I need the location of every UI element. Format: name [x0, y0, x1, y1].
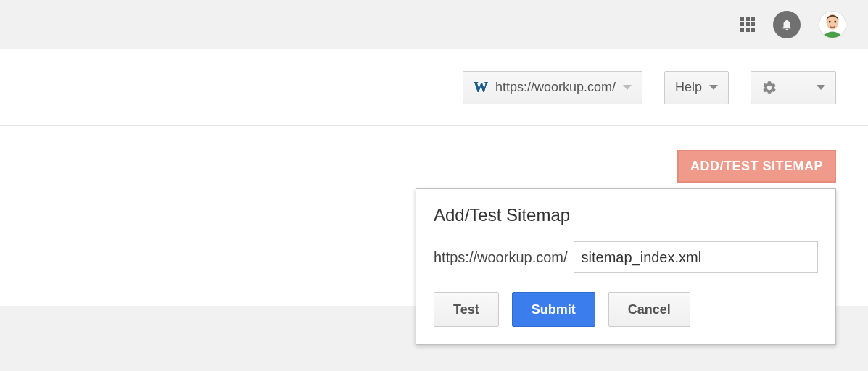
settings-button[interactable]: [751, 71, 836, 104]
avatar-image: [819, 11, 846, 38]
submit-button[interactable]: Submit: [512, 292, 595, 327]
cancel-label: Cancel: [628, 302, 671, 317]
svg-point-3: [834, 20, 836, 22]
user-avatar[interactable]: [819, 11, 846, 38]
app-header: [0, 0, 868, 49]
test-button[interactable]: Test: [434, 292, 499, 327]
bell-icon: [780, 18, 793, 31]
chevron-down-icon: [817, 85, 825, 90]
popup-title: Add/Test Sitemap: [434, 205, 818, 225]
help-label: Help: [675, 80, 702, 95]
test-label: Test: [453, 302, 479, 317]
add-test-sitemap-popup: Add/Test Sitemap https://woorkup.com/ Te…: [416, 188, 836, 345]
sitemap-path-input[interactable]: [574, 241, 818, 273]
popup-actions: Test Submit Cancel: [434, 292, 818, 327]
site-favicon-icon: W: [474, 79, 488, 96]
submit-label: Submit: [532, 302, 576, 317]
site-url: https://woorkup.com/: [495, 80, 616, 95]
property-toolbar: W https://woorkup.com/ Help: [0, 49, 868, 125]
svg-point-2: [829, 20, 831, 22]
sitemap-url-row: https://woorkup.com/: [434, 241, 818, 273]
cancel-button[interactable]: Cancel: [608, 292, 690, 327]
gear-icon: [761, 80, 777, 96]
chevron-down-icon: [709, 85, 718, 90]
url-prefix: https://woorkup.com/: [434, 249, 568, 266]
add-test-sitemap-label: ADD/TEST SITEMAP: [690, 159, 823, 173]
chevron-down-icon: [623, 85, 632, 90]
notifications-button[interactable]: [773, 11, 801, 38]
help-button[interactable]: Help: [664, 71, 729, 104]
site-selector[interactable]: W https://woorkup.com/: [463, 71, 642, 104]
apps-grid-icon[interactable]: [740, 17, 755, 32]
add-test-sitemap-button[interactable]: ADD/TEST SITEMAP: [677, 150, 836, 183]
